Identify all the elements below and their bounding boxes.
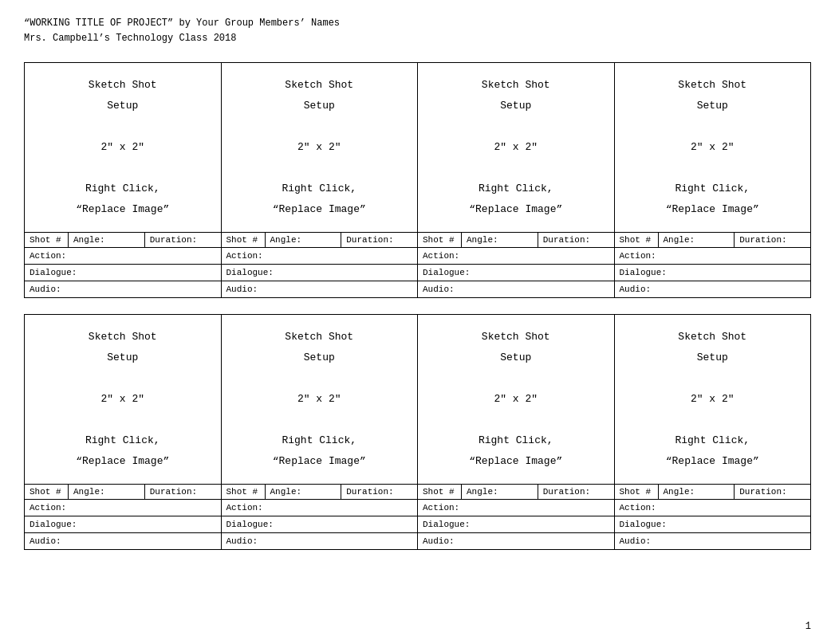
shot-info-half-2-3: Shot # Angle: Duration: <box>418 485 615 499</box>
action-cell-1-4: Action: <box>615 248 811 264</box>
shot-cell-1-3: Sketch ShotSetup 2″ x 2″ Right Click,“Re… <box>418 63 615 232</box>
duration-label-1-4: Duration: <box>735 233 810 247</box>
header-line2: Mrs. Campbell’s Technology Class 2018 <box>24 31 811 46</box>
shot-info-half-1-2: Shot # Angle: Duration: <box>222 233 419 247</box>
shot-info-half-2-2: Shot # Angle: Duration: <box>222 485 419 499</box>
header-line1: “WORKING TITLE OF PROJECT” by Your Group… <box>24 16 811 31</box>
duration-label-2-4: Duration: <box>735 485 810 499</box>
dialogue-cell-2-1: Dialogue: <box>25 516 222 532</box>
angle-label-2-4: Angle: <box>659 485 735 499</box>
duration-label-2-2: Duration: <box>341 485 417 499</box>
shot-cell-2-4: Sketch ShotSetup 2″ x 2″ Right Click,“Re… <box>615 315 811 484</box>
shot-num-label-2-4: Shot # <box>615 485 659 499</box>
audio-cell-2-3: Audio: <box>418 533 615 549</box>
shot-cell-1-2: Sketch ShotSetup 2″ x 2″ Right Click,“Re… <box>222 63 419 232</box>
action-cell-1-2: Action: <box>222 248 419 264</box>
shot-cell-2-3: Sketch ShotSetup 2″ x 2″ Right Click,“Re… <box>418 315 615 484</box>
duration-label-2-3: Duration: <box>538 485 614 499</box>
header: “WORKING TITLE OF PROJECT” by Your Group… <box>24 16 811 46</box>
shot-num-label-1-3: Shot # <box>418 233 462 247</box>
dialogue-cell-1-3: Dialogue: <box>418 265 615 281</box>
storyboard-section-2: Sketch ShotSetup 2″ x 2″ Right Click,“Re… <box>24 314 811 550</box>
action-cell-2-3: Action: <box>418 500 615 516</box>
audio-cell-2-1: Audio: <box>25 533 222 549</box>
action-cell-1-3: Action: <box>418 248 615 264</box>
action-cell-1-1: Action: <box>25 248 222 264</box>
angle-label-2-2: Angle: <box>266 485 342 499</box>
duration-label-1-1: Duration: <box>145 233 221 247</box>
shots-row-2: Sketch ShotSetup 2″ x 2″ Right Click,“Re… <box>25 315 810 485</box>
dialogue-cell-2-3: Dialogue: <box>418 516 615 532</box>
audio-cell-2-4: Audio: <box>615 533 811 549</box>
shot-num-label-1-2: Shot # <box>222 233 266 247</box>
dialogue-cell-2-4: Dialogue: <box>615 516 811 532</box>
action-row-2: Action: Action: Action: Action: <box>25 500 810 516</box>
angle-label-1-1: Angle: <box>69 233 145 247</box>
angle-label-2-3: Angle: <box>462 485 538 499</box>
dialogue-cell-2-2: Dialogue: <box>222 516 419 532</box>
sketch-instruction: Right Click,“Replace Image” <box>76 179 169 220</box>
angle-label-2-1: Angle: <box>69 485 145 499</box>
shot-info-row-1: Shot # Angle: Duration: Shot # Angle: Du… <box>25 233 810 248</box>
shot-cell-1-4: Sketch ShotSetup 2″ x 2″ Right Click,“Re… <box>615 63 811 232</box>
page-number: 1 <box>805 621 811 632</box>
shot-info-half-2-4: Shot # Angle: Duration: <box>615 485 811 499</box>
audio-cell-1-4: Audio: <box>615 281 811 297</box>
shot-cell-2-2: Sketch ShotSetup 2″ x 2″ Right Click,“Re… <box>222 315 419 484</box>
shot-info-row-2: Shot # Angle: Duration: Shot # Angle: Du… <box>25 485 810 500</box>
shots-row-1: Sketch ShotSetup 2″ x 2″ Right Click,“Re… <box>25 63 810 233</box>
action-row-1: Action: Action: Action: Action: <box>25 248 810 265</box>
audio-cell-1-1: Audio: <box>25 281 222 297</box>
audio-cell-2-2: Audio: <box>222 533 419 549</box>
dialogue-cell-1-2: Dialogue: <box>222 265 419 281</box>
action-cell-2-1: Action: <box>25 500 222 516</box>
audio-row-1: Audio: Audio: Audio: Audio: <box>25 281 810 297</box>
sketch-title: Sketch ShotSetup <box>76 75 169 116</box>
storyboard-section-1: Sketch ShotSetup 2″ x 2″ Right Click,“Re… <box>24 62 811 298</box>
angle-label-1-4: Angle: <box>659 233 735 247</box>
shot-num-label-2-1: Shot # <box>25 485 69 499</box>
duration-label-1-3: Duration: <box>538 233 614 247</box>
action-cell-2-2: Action: <box>222 500 419 516</box>
audio-row-2: Audio: Audio: Audio: Audio: <box>25 533 810 549</box>
shot-info-half-1-4: Shot # Angle: Duration: <box>615 233 811 247</box>
shot-num-label-1-1: Shot # <box>25 233 69 247</box>
shot-cell-1-1: Sketch ShotSetup 2″ x 2″ Right Click,“Re… <box>25 63 222 232</box>
sketch-size: 2″ x 2″ <box>76 137 169 158</box>
dialogue-row-2: Dialogue: Dialogue: Dialogue: Dialogue: <box>25 516 810 533</box>
duration-label-1-2: Duration: <box>341 233 417 247</box>
shot-info-half-1-1: Shot # Angle: Duration: <box>25 233 222 247</box>
shot-info-half-2-1: Shot # Angle: Duration: <box>25 485 222 499</box>
duration-label-2-1: Duration: <box>145 485 221 499</box>
dialogue-cell-1-4: Dialogue: <box>615 265 811 281</box>
shot-num-label-2-3: Shot # <box>418 485 462 499</box>
angle-label-1-3: Angle: <box>462 233 538 247</box>
shot-num-label-1-4: Shot # <box>615 233 659 247</box>
dialogue-cell-1-1: Dialogue: <box>25 265 222 281</box>
audio-cell-1-3: Audio: <box>418 281 615 297</box>
shot-info-half-1-3: Shot # Angle: Duration: <box>418 233 615 247</box>
dialogue-row-1: Dialogue: Dialogue: Dialogue: Dialogue: <box>25 265 810 281</box>
action-cell-2-4: Action: <box>615 500 811 516</box>
angle-label-1-2: Angle: <box>266 233 342 247</box>
shot-num-label-2-2: Shot # <box>222 485 266 499</box>
shot-cell-2-1: Sketch ShotSetup 2″ x 2″ Right Click,“Re… <box>25 315 222 484</box>
audio-cell-1-2: Audio: <box>222 281 419 297</box>
